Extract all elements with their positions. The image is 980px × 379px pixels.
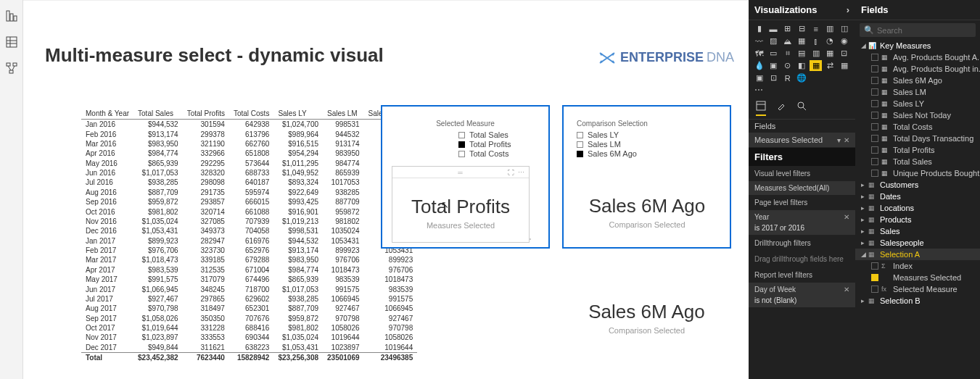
table-row[interactable]: Aug 2017$970,798318497652301$887,7099274… — [81, 304, 417, 313]
table-item[interactable]: ▸▦Salespeople — [855, 237, 980, 249]
remove-field-icon[interactable]: ✕ — [844, 136, 849, 144]
field-checkbox[interactable] — [871, 274, 878, 281]
table-header[interactable]: Month & Year — [81, 108, 133, 120]
visual-type-icon[interactable]: ▣ — [767, 60, 780, 71]
table-item[interactable]: ▸▦Locations — [855, 202, 980, 214]
visual-type-icon[interactable]: ▥ — [824, 23, 836, 34]
field-item[interactable]: fxSelected Measure — [855, 283, 980, 295]
field-checkbox[interactable] — [871, 123, 878, 130]
slicer-item[interactable]: Total Profits — [458, 140, 548, 149]
checkbox-icon[interactable] — [577, 141, 583, 148]
filter-year[interactable]: Year✕ — [749, 210, 855, 224]
checkbox-icon[interactable] — [458, 141, 465, 148]
visual-type-icon[interactable]: ◫ — [838, 23, 850, 34]
field-checkbox[interactable] — [871, 170, 878, 177]
table-row[interactable]: Sep 2016$959,872293857666015$993,4258877… — [81, 197, 417, 207]
visual-type-icon[interactable]: ▨ — [767, 36, 780, 46]
field-checkbox[interactable] — [871, 65, 878, 72]
table-row[interactable]: Dec 2016$1,053,431349373704058$998,53110… — [81, 226, 417, 236]
slicer-item[interactable]: Sales LM — [577, 140, 730, 149]
table-header[interactable]: Total Costs — [229, 108, 273, 120]
visual-type-icon[interactable]: ⊟ — [796, 23, 808, 34]
field-item[interactable]: ▦Total Profits — [855, 144, 980, 156]
checkbox-icon[interactable] — [458, 151, 465, 157]
visual-type-icon[interactable]: ⊡ — [767, 72, 780, 83]
table-row[interactable]: Nov 2016$1,035,024327085707939$1,019,213… — [81, 217, 417, 226]
visual-type-icon[interactable]: ⊞ — [781, 23, 794, 34]
field-checkbox[interactable] — [871, 146, 878, 154]
card-total-profits[interactable]: ═ ⛶ ⋯ Total Profits Measures Selected — [392, 166, 530, 243]
table-header[interactable]: Sales LM — [323, 108, 364, 120]
visual-type-icon[interactable]: ≡ — [810, 23, 822, 34]
table-row[interactable]: Jun 2017$1,066,945348245718700$1,017,053… — [81, 284, 417, 293]
field-item[interactable]: ▦Sales Not Today — [855, 109, 980, 121]
checkbox-icon[interactable] — [577, 132, 583, 138]
collapse-icon[interactable]: › — [847, 4, 849, 15]
checkbox-icon[interactable] — [577, 151, 583, 157]
table-row[interactable]: Feb 2017$976,706323730652976$913,1748999… — [81, 246, 417, 255]
data-view-icon[interactable] — [0, 30, 23, 54]
visual-type-icon[interactable]: ▦ — [824, 48, 836, 59]
field-checkbox[interactable] — [871, 135, 878, 142]
visual-type-icon[interactable]: ⊡ — [838, 48, 850, 59]
table-row[interactable]: Jan 2017$899,923282947616976$944,5321053… — [81, 236, 417, 246]
dropdown-icon[interactable]: ▾ — [837, 136, 841, 144]
visual-type-icon[interactable]: ◉ — [838, 36, 850, 46]
table-row[interactable]: Sep 2017$1,058,026350350707676$959,87297… — [81, 314, 417, 323]
visual-type-icon[interactable]: ▣ — [753, 72, 765, 83]
table-key-measures[interactable]: ◢📊Key Measures — [855, 40, 980, 51]
field-item[interactable]: ▦Sales LM — [855, 86, 980, 98]
visual-type-icon[interactable]: 🗺 — [753, 48, 765, 59]
table-header[interactable]: Total Profits — [183, 108, 229, 120]
slicer-item[interactable]: Total Sales — [458, 130, 548, 139]
table-item[interactable]: ▸▦Customers — [855, 179, 980, 191]
visual-type-icon[interactable]: ▬ — [767, 23, 780, 34]
slicer-item[interactable]: Sales 6M Ago — [577, 149, 730, 158]
field-item[interactable]: ▦Sales 6M Ago — [855, 75, 980, 86]
filter-dayofweek[interactable]: Day of Week✕ — [749, 283, 855, 296]
field-checkbox[interactable] — [871, 77, 878, 84]
field-checkbox[interactable] — [871, 286, 878, 293]
table-header[interactable]: Total Sales — [133, 108, 183, 120]
visual-type-icon[interactable]: ▦ — [796, 36, 808, 46]
table-row[interactable]: May 2017$991,575317079674496$865,9399835… — [81, 275, 417, 284]
grip-icon[interactable]: ═ — [458, 169, 463, 176]
visual-type-icon[interactable]: ▦ — [810, 60, 822, 71]
search-box[interactable]: 🔍 — [860, 23, 976, 37]
visual-type-icon[interactable]: ⌗ — [781, 48, 794, 59]
visual-type-icon[interactable]: ⛰ — [781, 36, 794, 46]
table-row[interactable]: Dec 2017$949,844311621638223$1,053,43110… — [81, 343, 417, 353]
visual-type-icon[interactable]: ▤ — [796, 48, 808, 59]
table-row[interactable]: Nov 2017$1,023,897333553690344$1,035,024… — [81, 333, 417, 342]
field-item[interactable]: ▦Unique Products Bought — [855, 167, 980, 179]
field-checkbox[interactable] — [871, 262, 878, 270]
visual-type-icon[interactable]: R — [781, 72, 794, 83]
slicer-item[interactable]: Sales LY — [577, 130, 730, 139]
table-row[interactable]: Feb 2016$913,174299378613796$989,9649445… — [81, 129, 417, 138]
table-row[interactable]: May 2016$865,939292295573644$1,011,29598… — [81, 159, 417, 168]
field-checkbox[interactable] — [871, 112, 878, 119]
more-options-icon[interactable]: ⋯ — [518, 169, 524, 176]
analytics-tab-icon[interactable] — [796, 101, 807, 116]
visual-type-icon[interactable]: ◔ — [824, 36, 836, 46]
visual-type-icon[interactable]: ▥ — [810, 48, 822, 59]
fields-tab-icon[interactable] — [756, 101, 766, 116]
table-row[interactable]: Jul 2017$927,467297865629602$938,2851066… — [81, 294, 417, 304]
field-item[interactable]: ΣIndex — [855, 260, 980, 272]
model-view-icon[interactable] — [0, 57, 23, 80]
format-tab-icon[interactable] — [776, 101, 786, 116]
more-visuals-icon[interactable]: ⋯ — [749, 85, 855, 98]
card-sales-6m[interactable]: Sales 6M Ago Comparison Selected — [569, 301, 724, 335]
checkbox-icon[interactable] — [458, 132, 465, 138]
visual-type-icon[interactable]: ▦ — [838, 60, 850, 71]
focus-mode-icon[interactable]: ⛶ — [508, 169, 514, 176]
table-selection-b[interactable]: ▸▦Selection B — [855, 295, 980, 307]
remove-filter-icon[interactable]: ✕ — [844, 213, 849, 221]
field-checkbox[interactable] — [871, 100, 878, 107]
search-input[interactable] — [877, 26, 977, 35]
filter-measures-selected[interactable]: Measures Selected(All) — [749, 181, 855, 195]
table-item[interactable]: ▸▦Sales — [855, 225, 980, 237]
table-row[interactable]: Jul 2016$938,285298098640187$893,3241017… — [81, 178, 417, 187]
remove-filter-icon[interactable]: ✕ — [844, 286, 849, 293]
field-item[interactable]: Measures Selected — [855, 272, 980, 283]
